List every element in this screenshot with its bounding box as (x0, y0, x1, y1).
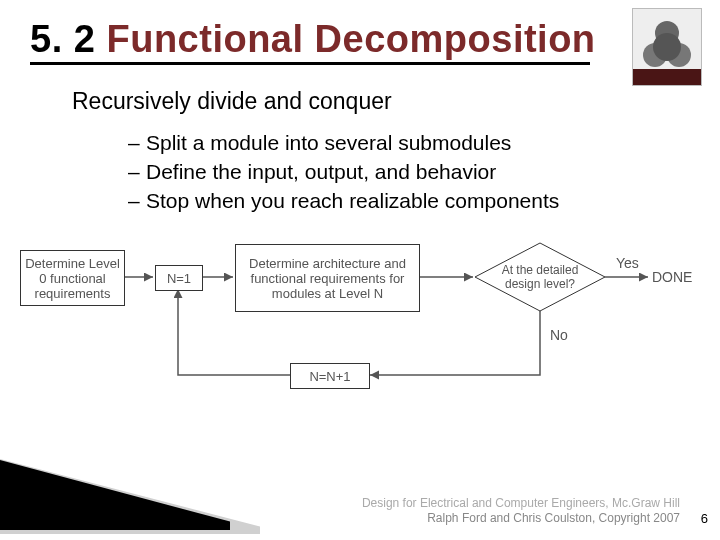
flowchart: Determine Level 0 functional requirement… (20, 235, 700, 445)
title-main: Functional Decomposition (106, 18, 595, 60)
molecule-icon (653, 33, 681, 61)
flow-box-architecture: Determine architecture and functional re… (235, 244, 420, 312)
slide-title: 5. 2 Functional Decomposition (30, 18, 596, 61)
footer-line-1: Design for Electrical and Computer Engin… (362, 496, 680, 511)
flow-box-n-equals-1: N=1 (155, 265, 203, 291)
title-underline (30, 62, 590, 65)
list-item: Stop when you reach realizable component… (128, 189, 559, 213)
done-label: DONE (652, 269, 692, 285)
bullet-list: Split a module into several submodules D… (128, 126, 559, 218)
flow-box-requirements: Determine Level 0 functional requirement… (20, 250, 125, 306)
list-item: Split a module into several submodules (128, 131, 559, 155)
footer-line-2: Ralph Ford and Chris Coulston, Copyright… (362, 511, 680, 526)
list-item: Define the input, output, and behavior (128, 160, 559, 184)
book-cover-bar (633, 69, 701, 85)
no-label: No (550, 327, 568, 343)
decision-label: At the detailed design level? (490, 263, 590, 291)
slide: 5. 2 Functional Decomposition Recursivel… (0, 0, 720, 540)
page-number: 6 (701, 511, 708, 526)
decorative-wedge-black (0, 460, 230, 530)
title-prefix: 5. 2 (30, 18, 106, 60)
yes-label: Yes (616, 255, 639, 271)
footer-credit: Design for Electrical and Computer Engin… (362, 496, 680, 526)
book-cover-thumbnail (632, 8, 702, 86)
subheading: Recursively divide and conquer (72, 88, 392, 115)
flow-box-increment: N=N+1 (290, 363, 370, 389)
